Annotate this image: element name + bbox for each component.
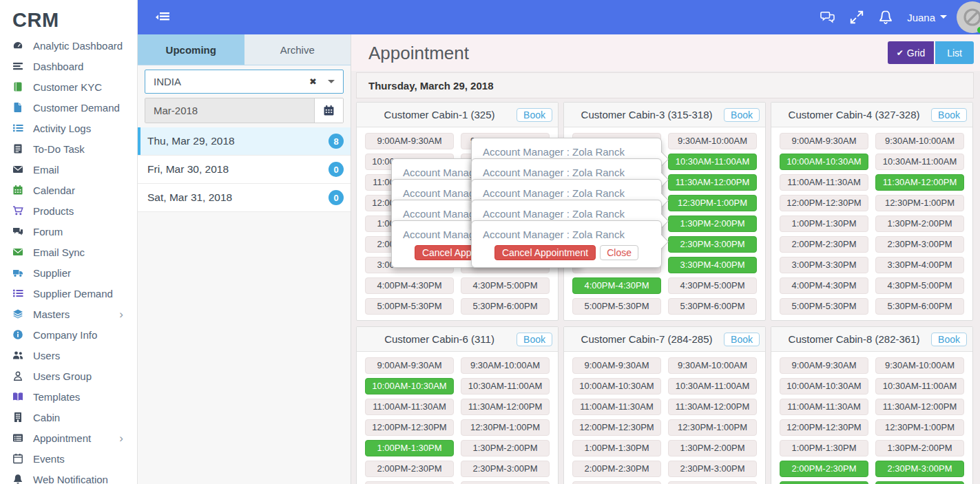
- sidebar-item-email[interactable]: Email: [0, 159, 137, 180]
- sidebar-toggle-icon[interactable]: [156, 11, 171, 23]
- time-slot[interactable]: 1:30PM-2:00PM: [668, 440, 757, 456]
- time-slot-booked[interactable]: 11:30AM-12:00PM: [875, 174, 964, 191]
- sidebar-item-users[interactable]: Users: [0, 345, 137, 366]
- tab-upcoming[interactable]: Upcoming: [138, 34, 244, 65]
- time-slot-booked[interactable]: 10:30AM-11:00AM: [668, 154, 757, 170]
- time-slot-booked[interactable]: 2:30PM-3:00PM: [668, 236, 757, 253]
- book-button[interactable]: Book: [931, 333, 967, 346]
- time-slot[interactable]: 2:00PM-2:30PM: [780, 236, 868, 253]
- time-slot[interactable]: 12:00PM-12:30PM: [780, 195, 868, 211]
- time-slot[interactable]: 3:00PM-3:30PM: [365, 481, 454, 484]
- time-slot-booked[interactable]: 3:30PM-4:00PM: [875, 481, 964, 484]
- calendar-picker-button[interactable]: [314, 98, 343, 123]
- time-slot[interactable]: 4:00PM-4:30PM: [780, 277, 868, 294]
- sidebar-item-supplier-demand[interactable]: Supplier Demand: [0, 283, 137, 304]
- time-slot[interactable]: 11:30AM-12:00PM: [668, 399, 757, 415]
- time-slot[interactable]: 11:00AM-11:30AM: [780, 174, 868, 191]
- time-slot-booked[interactable]: 11:30AM-12:00PM: [668, 174, 757, 191]
- time-slot[interactable]: 9:00AM-9:30AM: [780, 357, 868, 374]
- time-slot[interactable]: 1:00PM-1:30PM: [780, 440, 868, 456]
- sidebar-item-to-do-task[interactable]: To-Do Task: [0, 138, 137, 159]
- time-slot[interactable]: 12:00PM-12:30PM: [365, 419, 454, 436]
- bell-icon[interactable]: [878, 10, 893, 24]
- time-slot[interactable]: 5:00PM-5:30PM: [780, 298, 868, 315]
- time-slot[interactable]: 4:30PM-5:00PM: [668, 277, 757, 294]
- time-slot[interactable]: 10:30AM-11:00AM: [875, 378, 964, 394]
- sidebar-item-email-sync[interactable]: Email Sync: [0, 242, 137, 262]
- time-slot[interactable]: 4:30PM-5:00PM: [875, 277, 964, 294]
- time-slot[interactable]: 1:30PM-2:00PM: [875, 440, 964, 456]
- time-slot[interactable]: 4:30PM-5:00PM: [461, 277, 550, 294]
- sidebar-item-web-notification[interactable]: Web Notification: [0, 469, 137, 484]
- sidebar-item-supplier[interactable]: Supplier: [0, 262, 137, 283]
- time-slot[interactable]: 12:00PM-12:30PM: [780, 419, 868, 436]
- avatar[interactable]: [957, 1, 980, 33]
- book-button[interactable]: Book: [724, 108, 760, 122]
- time-slot[interactable]: 12:30PM-1:00PM: [461, 419, 550, 436]
- book-button[interactable]: Book: [931, 108, 967, 122]
- time-slot[interactable]: 1:30PM-2:00PM: [461, 440, 550, 456]
- time-slot[interactable]: 5:30PM-6:00PM: [875, 298, 964, 315]
- sidebar-item-products[interactable]: Products: [0, 200, 137, 221]
- time-slot[interactable]: 9:30AM-10:00AM: [875, 357, 964, 374]
- month-field[interactable]: Mar-2018: [145, 98, 314, 123]
- time-slot[interactable]: 12:30PM-1:00PM: [875, 195, 964, 211]
- time-slot[interactable]: 9:30AM-10:00AM: [461, 357, 550, 374]
- sidebar-item-activity-logs[interactable]: Activity Logs: [0, 118, 137, 138]
- sidebar-item-customer-demand[interactable]: Customer Demand: [0, 97, 137, 118]
- country-filter-select[interactable]: INDIA ✖: [145, 70, 344, 94]
- time-slot-booked[interactable]: 3:30PM-4:00PM: [668, 257, 757, 273]
- time-slot[interactable]: 11:00AM-11:30AM: [572, 399, 661, 415]
- time-slot[interactable]: 3:30PM-4:00PM: [668, 481, 757, 484]
- time-slot[interactable]: 9:00AM-9:30AM: [780, 133, 868, 149]
- time-slot[interactable]: 5:00PM-5:30PM: [365, 298, 454, 315]
- time-slot[interactable]: 9:30AM-10:00AM: [668, 133, 757, 149]
- time-slot[interactable]: 11:30AM-12:00PM: [461, 399, 550, 415]
- time-slot[interactable]: 12:30PM-1:00PM: [668, 419, 757, 436]
- time-slot[interactable]: 5:30PM-6:00PM: [668, 298, 757, 315]
- date-row-thu-mar-29-2018[interactable]: Thu, Mar 29, 20188: [138, 127, 351, 156]
- time-slot[interactable]: 9:00AM-9:30AM: [365, 357, 454, 374]
- time-slot-booked[interactable]: 2:30PM-3:00PM: [875, 461, 964, 477]
- close-popover-button[interactable]: Close: [600, 245, 638, 260]
- user-menu[interactable]: Juana: [907, 12, 947, 23]
- sidebar-item-users-group[interactable]: Users Group: [0, 366, 137, 386]
- list-view-button[interactable]: List: [935, 41, 974, 64]
- sidebar-item-events[interactable]: Events: [0, 448, 137, 469]
- time-slot-booked[interactable]: 2:00PM-2:30PM: [780, 461, 868, 477]
- chevron-down-icon[interactable]: [328, 80, 335, 87]
- time-slot[interactable]: 9:00AM-9:30AM: [365, 133, 454, 149]
- time-slot[interactable]: 1:30PM-2:00PM: [875, 215, 964, 232]
- time-slot[interactable]: 10:30AM-11:00AM: [461, 378, 550, 394]
- time-slot[interactable]: 11:00AM-11:30AM: [365, 399, 454, 415]
- time-slot-booked[interactable]: 12:30PM-1:00PM: [668, 195, 757, 211]
- time-slot-booked[interactable]: 1:00PM-1:30PM: [365, 440, 454, 456]
- sidebar-item-masters[interactable]: Masters›: [0, 304, 137, 324]
- sidebar-item-dashboard[interactable]: Dashboard: [0, 56, 137, 76]
- book-button[interactable]: Book: [724, 333, 760, 346]
- time-slot[interactable]: 3:00PM-3:30PM: [572, 481, 661, 484]
- sidebar-item-calendar[interactable]: Calendar: [0, 180, 137, 200]
- sidebar-item-appointment[interactable]: Appointment›: [0, 428, 137, 448]
- time-slot[interactable]: 2:00PM-2:30PM: [572, 461, 661, 477]
- time-slot[interactable]: 2:30PM-3:00PM: [461, 461, 550, 477]
- time-slot-booked[interactable]: 3:00PM-3:30PM: [780, 481, 868, 484]
- book-button[interactable]: Book: [517, 333, 552, 346]
- time-slot[interactable]: 3:30PM-4:00PM: [875, 257, 964, 273]
- time-slot[interactable]: 11:00AM-11:30AM: [780, 399, 868, 415]
- sidebar-item-company-info[interactable]: Company Info: [0, 324, 137, 345]
- time-slot[interactable]: 1:00PM-1:30PM: [780, 215, 868, 232]
- time-slot[interactable]: 1:00PM-1:30PM: [572, 440, 661, 456]
- time-slot[interactable]: 3:00PM-3:30PM: [780, 257, 868, 273]
- sidebar-item-forum[interactable]: Forum: [0, 221, 137, 242]
- time-slot[interactable]: 10:00AM-10:30AM: [572, 378, 661, 394]
- time-slot[interactable]: 5:00PM-5:30PM: [572, 298, 661, 315]
- book-button[interactable]: Book: [517, 108, 552, 122]
- time-slot[interactable]: 2:30PM-3:00PM: [875, 236, 964, 253]
- time-slot[interactable]: 9:30AM-10:00AM: [668, 357, 757, 374]
- sidebar-item-customer-kyc[interactable]: Customer KYC: [0, 76, 137, 97]
- time-slot-booked[interactable]: 10:00AM-10:30AM: [780, 154, 868, 170]
- fullscreen-icon[interactable]: [849, 10, 864, 24]
- time-slot-booked[interactable]: 1:30PM-2:00PM: [668, 215, 757, 232]
- time-slot-booked[interactable]: 4:00PM-4:30PM: [572, 277, 661, 294]
